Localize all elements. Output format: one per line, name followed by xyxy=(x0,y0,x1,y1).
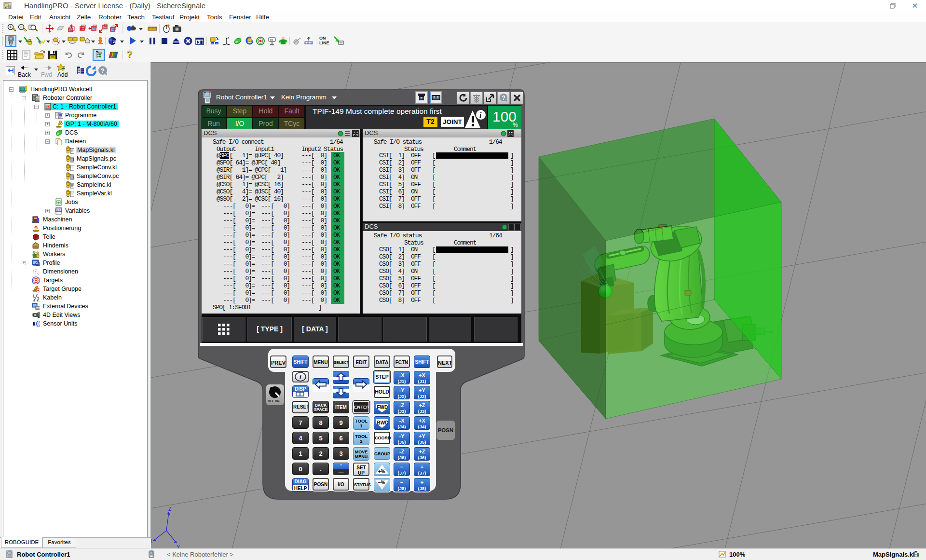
svg-text:−%: −% xyxy=(378,480,385,485)
svg-text:X: X xyxy=(151,538,152,544)
svg-text:VAR: VAR xyxy=(56,209,61,212)
svg-text:z: z xyxy=(228,36,229,39)
svg-text:?: ? xyxy=(502,95,505,101)
svg-text:+%: +% xyxy=(378,469,385,474)
svg-text:FWD: FWD xyxy=(377,405,388,410)
svg-text:2D: 2D xyxy=(113,40,117,43)
svg-text:OFF ON: OFF ON xyxy=(268,399,280,403)
svg-text:xx: xx xyxy=(270,38,273,41)
svg-text:Y: Y xyxy=(177,544,180,548)
svg-text:?: ? xyxy=(101,67,105,74)
svg-text:i: i xyxy=(479,111,482,119)
svg-text:Z: Z xyxy=(168,506,172,512)
svg-text:i: i xyxy=(300,373,301,381)
svg-text:BWD: BWD xyxy=(377,420,389,425)
